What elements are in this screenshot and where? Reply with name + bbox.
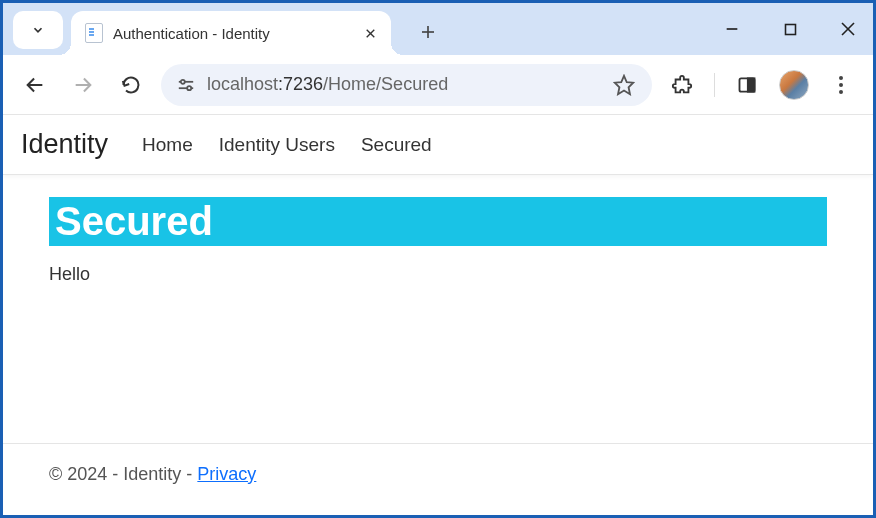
titlebar: Authentication - Identity xyxy=(3,3,873,55)
page-text: Hello xyxy=(49,264,827,285)
address-bar[interactable]: localhost:7236/Home/Secured xyxy=(161,64,652,106)
page-viewport: Identity Home Identity Users Secured Sec… xyxy=(3,115,873,515)
close-icon xyxy=(364,27,377,40)
sidepanel-icon xyxy=(737,75,757,95)
nav-link-home[interactable]: Home xyxy=(142,134,193,156)
chevron-down-icon xyxy=(31,23,45,37)
minimize-button[interactable] xyxy=(717,14,747,44)
maximize-button[interactable] xyxy=(775,14,805,44)
minimize-icon xyxy=(724,21,740,37)
page-favicon-icon xyxy=(85,23,103,43)
svg-point-13 xyxy=(187,86,191,90)
maximize-icon xyxy=(783,22,798,37)
forward-button[interactable] xyxy=(65,67,101,103)
nav-link-identity-users[interactable]: Identity Users xyxy=(219,134,335,156)
close-window-button[interactable] xyxy=(833,14,863,44)
reload-button[interactable] xyxy=(113,67,149,103)
browser-window: Authentication - Identity xyxy=(0,0,876,518)
tab-title: Authentication - Identity xyxy=(113,25,359,42)
privacy-link[interactable]: Privacy xyxy=(197,464,256,484)
page-heading: Secured xyxy=(49,197,827,246)
svg-marker-14 xyxy=(615,75,633,93)
profile-avatar[interactable] xyxy=(779,70,809,100)
close-icon xyxy=(839,20,857,38)
site-settings-button[interactable] xyxy=(175,76,197,94)
extensions-button[interactable] xyxy=(664,67,700,103)
url-host: localhost xyxy=(207,74,278,94)
tab-close-button[interactable] xyxy=(359,22,381,44)
bookmark-button[interactable] xyxy=(610,71,638,99)
puzzle-icon xyxy=(671,74,693,96)
page-body: Secured Hello xyxy=(3,175,873,443)
plus-icon xyxy=(419,23,437,41)
new-tab-button[interactable] xyxy=(411,15,445,49)
tab-search-button[interactable] xyxy=(13,11,63,49)
back-button[interactable] xyxy=(17,67,53,103)
menu-button[interactable] xyxy=(823,67,859,103)
arrow-left-icon xyxy=(24,74,46,96)
reload-icon xyxy=(121,75,141,95)
kebab-icon xyxy=(839,76,843,94)
arrow-right-icon xyxy=(72,74,94,96)
svg-rect-5 xyxy=(785,24,795,34)
url-text: localhost:7236/Home/Secured xyxy=(207,74,600,95)
url-port: :7236 xyxy=(278,74,323,94)
window-controls xyxy=(717,3,863,55)
toolbar-divider xyxy=(714,73,715,97)
url-path: /Home/Secured xyxy=(323,74,448,94)
brand-link[interactable]: Identity xyxy=(21,129,108,160)
toolbar-right xyxy=(664,67,859,103)
tune-icon xyxy=(176,77,196,93)
site-navbar: Identity Home Identity Users Secured xyxy=(3,115,873,175)
sidepanel-button[interactable] xyxy=(729,67,765,103)
nav-link-secured[interactable]: Secured xyxy=(361,134,432,156)
footer-text: © 2024 - Identity - xyxy=(49,464,197,484)
browser-tab-active[interactable]: Authentication - Identity xyxy=(71,11,391,55)
svg-rect-16 xyxy=(748,78,755,91)
browser-toolbar: localhost:7236/Home/Secured xyxy=(3,55,873,115)
svg-point-11 xyxy=(181,79,185,83)
page-footer: © 2024 - Identity - Privacy xyxy=(3,443,873,515)
star-icon xyxy=(613,74,635,96)
